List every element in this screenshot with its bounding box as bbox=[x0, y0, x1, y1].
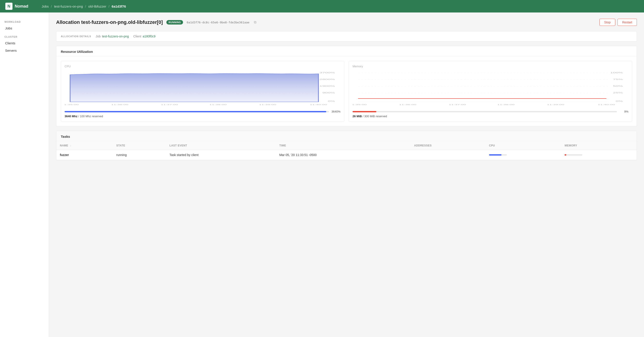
memory-reserved-text: 300 MiB reserved bbox=[364, 115, 387, 118]
svg-text:3700%: 3700% bbox=[320, 72, 335, 74]
restart-button[interactable]: Restart bbox=[618, 19, 637, 26]
memory-mini-bar-container bbox=[564, 154, 633, 156]
memory-value: 26 MiB bbox=[352, 115, 362, 118]
svg-text:11:37:00: 11:37:00 bbox=[449, 104, 466, 106]
col-state[interactable]: State bbox=[113, 141, 166, 150]
svg-text:11:39:00: 11:39:00 bbox=[547, 104, 564, 106]
page-title: Allocation test-fuzzers-on-png.old-libfu… bbox=[56, 20, 163, 25]
sidebar-item-servers[interactable]: Servers bbox=[0, 47, 49, 54]
cpu-progress: 3640% bbox=[64, 110, 340, 113]
svg-text:11:40:00: 11:40:00 bbox=[598, 104, 615, 106]
cpu-mini-bar-track bbox=[489, 154, 507, 156]
col-time[interactable]: Time bbox=[276, 141, 410, 150]
breadcrumb-sep-2: / bbox=[85, 5, 86, 8]
app-layout: WORKLOAD Jobs CLUSTER Clients Servers Al… bbox=[0, 13, 644, 337]
col-memory[interactable]: Memory bbox=[561, 141, 637, 150]
svg-text:11:37:00: 11:37:00 bbox=[161, 104, 178, 106]
breadcrumb-sep-1: / bbox=[51, 5, 52, 8]
task-cpu-bar bbox=[486, 150, 561, 160]
stop-button[interactable]: Stop bbox=[600, 19, 615, 26]
alloc-details-bar: ALLOCATION DETAILS Job test-fuzzers-on-p… bbox=[56, 31, 637, 42]
task-time: Mar 05, '20 11:33:51 -0500 bbox=[276, 150, 410, 160]
svg-text:50%: 50% bbox=[613, 85, 623, 87]
col-name[interactable]: Name ↓ bbox=[56, 141, 113, 150]
nomad-logo-icon: N bbox=[5, 3, 12, 10]
svg-text:11:35:00: 11:35:00 bbox=[352, 104, 366, 106]
table-row[interactable]: fuzzer running Task started by client Ma… bbox=[56, 150, 637, 160]
tasks-card: Tasks Name ↓ State bbox=[56, 131, 637, 160]
task-name: fuzzer bbox=[56, 150, 113, 160]
svg-text:900%: 900% bbox=[322, 92, 335, 94]
cpu-bar-track bbox=[64, 111, 329, 112]
svg-text:11:40:00: 11:40:00 bbox=[310, 104, 327, 106]
tasks-card-header: Tasks bbox=[56, 131, 637, 141]
cpu-chart: 3700% 2800% 1900% 900% 0% bbox=[64, 71, 340, 106]
memory-pct: 9% bbox=[620, 110, 628, 113]
client-label: Client bbox=[134, 35, 142, 38]
status-badge: RUNNING bbox=[166, 20, 183, 25]
tasks-table-body: fuzzer running Task started by client Ma… bbox=[56, 150, 637, 160]
cpu-bar-fill bbox=[64, 111, 326, 112]
breadcrumb-alloc-id: 6a1d3f76 bbox=[112, 5, 126, 8]
svg-text:2800%: 2800% bbox=[320, 78, 335, 81]
sidebar-section-workload: WORKLOAD bbox=[0, 17, 49, 25]
breadcrumb-job-name[interactable]: test-fuzzers-on-png bbox=[54, 5, 83, 8]
svg-text:0%: 0% bbox=[616, 100, 623, 102]
memory-chart: 100% 75% 50% 25% 0% bbox=[352, 71, 628, 106]
sort-icon-name: ↓ bbox=[70, 144, 71, 147]
alloc-details-label: ALLOCATION DETAILS bbox=[61, 35, 91, 38]
svg-text:11:38:00: 11:38:00 bbox=[497, 104, 514, 106]
task-state: running bbox=[113, 150, 166, 160]
alloc-detail-job: Job test-fuzzers-on-png bbox=[96, 35, 129, 38]
memory-mini-bar-track bbox=[564, 154, 582, 156]
col-last-event[interactable]: Last Event bbox=[166, 141, 276, 150]
breadcrumb: Jobs / test-fuzzers-on-png / old-libfuzz… bbox=[42, 5, 126, 8]
svg-text:25%: 25% bbox=[613, 92, 623, 94]
cpu-value: 3640 Mhz bbox=[64, 115, 78, 118]
memory-progress: 9% bbox=[352, 110, 628, 113]
resource-utilization-card: Resource Utilization CPU 3700% 2800% 190… bbox=[56, 46, 637, 126]
cpu-panel: CPU 3700% 2800% 1900% 900% 0% bbox=[61, 61, 344, 122]
tasks-table-header-row: Name ↓ State Last Event Time bbox=[56, 141, 637, 150]
svg-text:11:35:00: 11:35:00 bbox=[64, 104, 78, 106]
alloc-detail-client: Client a180f0c9 bbox=[134, 35, 156, 38]
tasks-table-container: Name ↓ State Last Event Time bbox=[56, 141, 637, 160]
sidebar-item-jobs[interactable]: Jobs bbox=[0, 25, 49, 32]
task-last-event: Task started by client bbox=[166, 150, 276, 160]
breadcrumb-task-group[interactable]: old-libfuzzer bbox=[88, 5, 106, 8]
memory-bar-fill bbox=[352, 111, 376, 112]
svg-text:11:39:00: 11:39:00 bbox=[259, 104, 276, 106]
nav-logo[interactable]: N Nomad bbox=[5, 3, 28, 10]
svg-text:11:36:00: 11:36:00 bbox=[111, 104, 128, 106]
top-nav: N Nomad Jobs / test-fuzzers-on-png / old… bbox=[0, 0, 644, 13]
svg-text:0%: 0% bbox=[328, 100, 335, 102]
memory-bar-track bbox=[352, 111, 617, 112]
alloc-full-id: 6a1d3f76-dc8c-65e6-9be8-fde3be361aae bbox=[186, 21, 250, 24]
cpu-title: CPU bbox=[64, 65, 340, 68]
svg-text:11:38:00: 11:38:00 bbox=[209, 104, 226, 106]
breadcrumb-sep-3: / bbox=[108, 5, 109, 8]
cpu-stat: 3640 Mhz / 100 Mhz reserved bbox=[64, 115, 340, 118]
client-link[interactable]: a180f0c9 bbox=[142, 35, 156, 38]
tasks-table-head: Name ↓ State Last Event Time bbox=[56, 141, 637, 150]
copy-icon[interactable]: ⧉ bbox=[254, 20, 256, 24]
memory-title: Memory bbox=[352, 65, 628, 68]
svg-text:75%: 75% bbox=[613, 78, 623, 81]
job-label: Job bbox=[96, 35, 101, 38]
sidebar-item-clients[interactable]: Clients bbox=[0, 40, 49, 47]
resource-utilization-title: Resource Utilization bbox=[61, 50, 93, 54]
breadcrumb-jobs[interactable]: Jobs bbox=[42, 5, 49, 8]
job-link[interactable]: test-fuzzers-on-png bbox=[102, 35, 129, 38]
sidebar-section-cluster: CLUSTER bbox=[0, 32, 49, 40]
memory-panel: Memory 100% 75% 50% 25% 0% bbox=[349, 61, 632, 122]
sidebar: WORKLOAD Jobs CLUSTER Clients Servers bbox=[0, 13, 49, 337]
cpu-mini-bar-container bbox=[489, 154, 558, 156]
svg-text:1900%: 1900% bbox=[320, 85, 335, 87]
cpu-reserved-text: 100 Mhz reserved bbox=[80, 115, 103, 118]
resource-utilization-header: Resource Utilization bbox=[56, 46, 637, 56]
col-cpu[interactable]: CPU bbox=[486, 141, 561, 150]
col-addresses[interactable]: Addresses bbox=[410, 141, 486, 150]
tasks-title: Tasks bbox=[61, 135, 70, 138]
memory-stat: 26 MiB / 300 MiB reserved bbox=[352, 115, 628, 118]
cpu-pct: 3640% bbox=[332, 110, 340, 113]
